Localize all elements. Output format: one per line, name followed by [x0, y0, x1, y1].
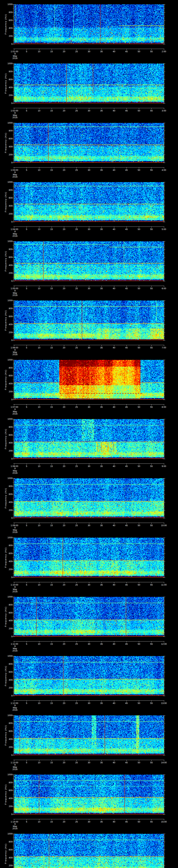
x-tick-mark	[101, 167, 102, 168]
y-tick-label: 800	[5, 367, 12, 369]
spectrogram-panel: Frequency (Hz) 100080060040020001:02:005…	[0, 59, 178, 118]
y-tick-label: 800	[5, 129, 12, 132]
x-minute-label: 45	[123, 584, 130, 586]
x-minute-label: 25	[73, 761, 80, 764]
y-tick-label: 800	[5, 840, 12, 843]
x-minute-label: 30	[86, 643, 92, 645]
x-minute-label: 40	[111, 761, 118, 764]
y-tick-mark-right	[164, 672, 165, 672]
y-tick-label: 1000	[5, 714, 12, 717]
y-tick-label: 200	[5, 35, 12, 37]
x-tick-mark	[164, 286, 164, 287]
y-tick-label: 600	[5, 374, 12, 377]
x-tick-mark	[39, 286, 39, 287]
y-tick-label: 600	[5, 434, 12, 436]
spectrogram-panel: Frequency (Hz) 100080060040020001:15:005…	[0, 830, 178, 868]
y-tick-label: 0	[5, 576, 12, 579]
y-minor-tick-right	[164, 186, 165, 186]
right-axis-cap-top	[163, 241, 164, 242]
x-minute-label: 5	[23, 287, 30, 290]
x-minute-label: 15	[48, 465, 55, 467]
x-minute-label: 10	[36, 524, 42, 527]
y-minor-tick-right	[164, 24, 165, 25]
y-axis-cap-bottom	[13, 637, 14, 637]
y-tick-mark-right	[164, 435, 165, 435]
x-minute-label: 45	[123, 643, 130, 645]
spectrogram-canvas	[14, 182, 164, 222]
y-tick-label: 400	[5, 619, 12, 622]
x-minute-label: 55	[148, 346, 155, 349]
spectrogram-panel: Frequency (Hz) 100080060040020001:12:005…	[0, 652, 178, 711]
x-minute-label: 30	[86, 524, 92, 527]
x-tick-mark	[52, 582, 52, 583]
x-tick-mark	[52, 464, 52, 465]
y-tick-mark-right	[164, 806, 165, 807]
x-minute-label: 45	[123, 287, 130, 290]
x-tick-mark	[89, 49, 89, 50]
y-axis-title: Frequency (Hz)	[4, 419, 7, 459]
x-minute-label: 45	[123, 524, 130, 527]
x-tick-mark	[52, 167, 52, 168]
y-tick-label: 400	[5, 738, 12, 740]
y-minor-tick-right	[164, 632, 165, 633]
x-tick-mark	[151, 108, 152, 109]
x-tick-mark	[52, 49, 52, 50]
x-end-time-label: 13:00	[159, 702, 169, 705]
x-minute-label: 25	[73, 643, 80, 645]
x-tick-mark	[164, 404, 164, 406]
y-minor-tick-right	[164, 388, 165, 388]
x-tick-mark	[114, 167, 114, 168]
x-tick-mark	[89, 227, 89, 228]
x-tick-mark	[89, 701, 89, 702]
x-minute-label: 20	[60, 50, 67, 53]
right-axis-cap-bottom	[163, 755, 164, 755]
x-minute-label: 35	[98, 287, 105, 290]
x-minute-label: 40	[111, 110, 118, 112]
spectrogram-canvas	[14, 834, 164, 868]
x-minute-label: 35	[98, 643, 105, 645]
y-tick-label: 400	[5, 560, 12, 563]
y-tick-label: 0	[5, 43, 12, 45]
y-minor-tick-right	[164, 802, 165, 803]
spectrogram-panel: Frequency (Hz) 100080060040020001:08:005…	[0, 415, 178, 474]
x-tick-mark	[151, 760, 152, 761]
x-minute-label: 30	[86, 702, 92, 705]
spectrogram-canvas	[14, 597, 164, 637]
x-end-time-label: 5:00	[159, 228, 169, 230]
x-minute-label: 50	[136, 50, 142, 53]
x-minute-label: 40	[111, 346, 118, 349]
x-minute-label: 25	[73, 584, 80, 586]
x-tick-mark	[151, 286, 152, 287]
y-axis-title: Frequency (Hz)	[4, 360, 7, 400]
x-minute-label: 15	[48, 110, 55, 112]
x-tick-mark	[164, 464, 164, 465]
y-tick-mark-right	[164, 155, 165, 155]
x-minute-label: 40	[111, 643, 118, 645]
x-minute-label: 5	[23, 169, 30, 172]
y-tick-label: 0	[5, 102, 12, 104]
x-minute-label: 20	[60, 110, 67, 112]
y-minor-tick-right	[164, 127, 165, 127]
spectrogram-panel: Frequency (Hz) 100080060040020001:14:005…	[0, 770, 178, 830]
x-minute-label: 40	[111, 524, 118, 527]
x-minute-label: 20	[60, 643, 67, 645]
spectrogram-panel: Frequency (Hz) 100080060040020001:03:005…	[0, 119, 178, 178]
x-minute-label: 45	[123, 702, 130, 705]
x-tick-mark	[101, 108, 102, 109]
y-tick-label: 1000	[5, 240, 12, 243]
x-minute-label: 50	[136, 820, 142, 823]
x-minute-label: 5	[23, 346, 30, 349]
y-tick-label: 200	[5, 805, 12, 808]
x-minute-label: 40	[111, 287, 118, 290]
x-tick-mark	[151, 49, 152, 50]
y-tick-label: 0	[5, 635, 12, 638]
x-tick-mark	[114, 464, 114, 465]
x-end-time-label: 14:00	[159, 761, 169, 764]
y-tick-label: 600	[5, 848, 12, 851]
x-tick-mark	[114, 819, 114, 820]
x-tick-mark	[52, 227, 52, 228]
spectrogram-canvas	[14, 715, 164, 755]
x-tick-mark	[151, 404, 152, 406]
y-axis-title: Frequency (Hz)	[4, 774, 7, 814]
x-tick-mark	[164, 523, 164, 524]
